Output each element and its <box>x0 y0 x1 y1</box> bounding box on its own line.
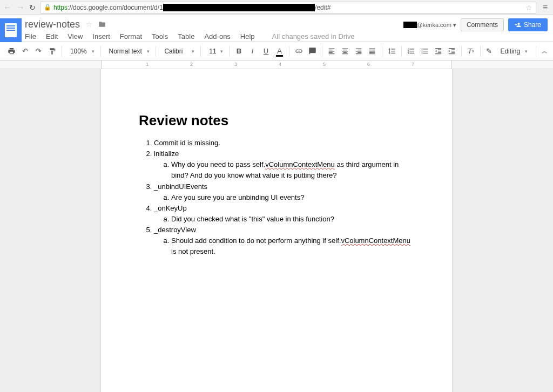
paint-format-icon[interactable] <box>46 45 58 58</box>
clear-format-icon[interactable]: Tx <box>464 45 477 58</box>
address-bar[interactable]: 🔒 https://docs.google.com/document/d/1=B… <box>40 2 536 13</box>
redo-icon[interactable]: ↷ <box>32 45 45 58</box>
italic-icon[interactable]: I <box>246 45 259 58</box>
list-item: initializeWhy do you need to pass self.v… <box>154 148 414 181</box>
line-spacing-icon[interactable] <box>386 45 398 58</box>
bulleted-list-icon[interactable] <box>419 45 431 58</box>
collapse-toolbar-icon[interactable]: ︽ <box>542 47 548 55</box>
list-sub-item: Why do you need to pass self.vColumnCont… <box>171 159 414 181</box>
star-icon[interactable]: ☆ <box>85 19 92 29</box>
menu-edit[interactable]: Edit <box>46 32 58 40</box>
user-email[interactable]: anun@kerika.com ▾ <box>403 22 456 29</box>
link-icon[interactable] <box>293 45 305 58</box>
menu-file[interactable]: File <box>25 32 36 40</box>
align-right-icon[interactable] <box>353 45 365 58</box>
page[interactable]: Review notes Commit id is missing.initia… <box>101 69 452 392</box>
comments-button[interactable]: Comments <box>461 18 504 31</box>
print-icon[interactable] <box>5 45 18 58</box>
menu-view[interactable]: View <box>68 32 83 40</box>
list-item: _destroyViewShould add condition to do n… <box>154 225 414 257</box>
format-toolbar: ↶ ↷ 100% Normal text Calibri 11 B I U A … <box>0 42 553 60</box>
ruler-tick: 2 <box>190 62 193 67</box>
url-obscured: =Bb3FfqzyRXW5X21CDEAhAwe93J4BiKFd9mSz0_R… <box>163 4 315 11</box>
lock-icon: 🔒 <box>44 4 51 11</box>
menu-bar: FileEditViewInsertFormatToolsTableAdd-on… <box>25 30 548 40</box>
menu-format[interactable]: Format <box>120 32 142 40</box>
ruler-tick: 3 <box>234 62 237 67</box>
menu-add-ons[interactable]: Add-ons <box>204 32 230 40</box>
style-select[interactable]: Normal text <box>104 45 152 58</box>
spell-error: vColumnContextMenu <box>265 160 335 168</box>
menu-table[interactable]: Table <box>178 32 194 40</box>
list-item: _onKeyUpDid you checked what is "this" v… <box>154 203 414 225</box>
browser-toolbar: ← → ↻ 🔒 https://docs.google.com/document… <box>0 0 553 15</box>
indent-increase-icon[interactable] <box>446 45 458 58</box>
ruler-tick: 1 <box>146 62 149 67</box>
docs-logo[interactable] <box>0 18 22 42</box>
url-host: ://docs.google.com <box>68 4 122 11</box>
menu-tools[interactable]: Tools <box>152 32 168 40</box>
forward-button[interactable]: → <box>16 3 25 12</box>
canvas[interactable]: Review notes Commit id is missing.initia… <box>0 69 553 392</box>
list-sub-item: Should add condition to do not perform a… <box>171 235 414 257</box>
comment-icon[interactable] <box>306 45 319 58</box>
undo-icon[interactable]: ↶ <box>19 45 31 58</box>
url-scheme: https <box>53 4 68 11</box>
document-title[interactable]: review-notes <box>25 19 80 30</box>
bold-icon[interactable]: B <box>233 45 245 58</box>
menu-help[interactable]: Help <box>240 32 255 40</box>
document-heading: Review notes <box>139 112 414 129</box>
docs-header: review-notes ☆ FileEditViewInsertFormatT… <box>0 15 553 42</box>
zoom-select[interactable]: 100% <box>65 45 97 58</box>
url-path-suffix: /edit# <box>315 4 331 11</box>
mode-select[interactable]: Editing <box>495 45 530 58</box>
font-select[interactable]: Calibri <box>159 45 197 58</box>
bookmark-star-icon[interactable]: ☆ <box>525 3 532 12</box>
folder-icon[interactable] <box>98 21 106 28</box>
back-button[interactable]: ← <box>3 3 12 12</box>
ruler-tick: 7 <box>412 62 414 67</box>
numbered-list-icon[interactable] <box>405 45 417 58</box>
spell-error: vColumnContextMenu <box>341 236 410 245</box>
underline-icon[interactable]: U <box>260 45 272 58</box>
indent-decrease-icon[interactable] <box>432 45 444 58</box>
align-center-icon[interactable] <box>339 45 352 58</box>
list-item: Commit id is missing. <box>154 138 414 148</box>
pencil-icon: ✎ <box>486 47 492 55</box>
document-list: Commit id is missing.initializeWhy do yo… <box>139 138 414 258</box>
list-sub-item: Did you checked what is "this" value in … <box>171 214 414 225</box>
reload-button[interactable]: ↻ <box>29 3 36 12</box>
save-status: All changes saved in Drive <box>272 32 355 40</box>
url-path-prefix: /document/d/1 <box>122 4 163 11</box>
size-select[interactable]: 11 <box>204 45 226 58</box>
share-button[interactable]: Share <box>508 18 548 31</box>
text-color-icon[interactable]: A <box>273 45 286 58</box>
align-left-icon[interactable] <box>326 45 338 58</box>
ruler-tick: 5 <box>323 62 326 67</box>
browser-menu-icon[interactable]: ≡ <box>541 3 550 12</box>
ruler-tick: 6 <box>367 62 370 67</box>
list-item: _unbindUIEventsAre you sure you are unbi… <box>154 181 414 203</box>
list-sub-item: Are you sure you are unbinding UI events… <box>171 192 414 203</box>
share-label: Share <box>524 21 541 29</box>
ruler: 1234567 <box>0 60 553 69</box>
align-justify-icon[interactable] <box>366 45 379 58</box>
person-add-icon <box>515 22 521 28</box>
menu-insert[interactable]: Insert <box>92 32 110 40</box>
ruler-tick: 4 <box>279 62 281 67</box>
